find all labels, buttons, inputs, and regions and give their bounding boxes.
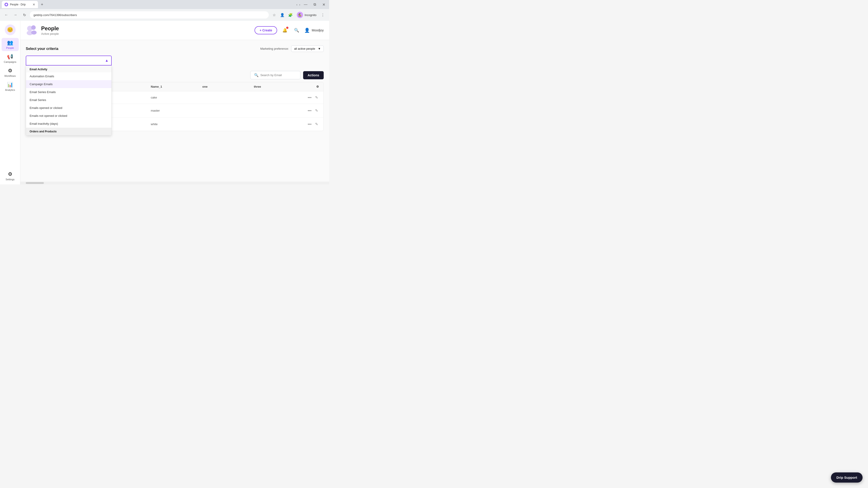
- dropdown-item-campaign-emails[interactable]: Campaign Emails: [26, 80, 112, 88]
- row3-actions: ••• ✎: [305, 121, 319, 127]
- marketing-label: Marketing preference:: [260, 47, 289, 51]
- dropdown-menu: Email Activity Automation Emails Campaig…: [26, 66, 112, 135]
- header-search-button[interactable]: 🔍: [292, 26, 301, 34]
- dropdown-item-emails-opened-clicked[interactable]: Emails opened or clicked: [26, 104, 112, 112]
- browser-chrome: People · Drip ✕ + ‹ › — ⧉ ✕ ← → ↻ ☆ 👤 🧩 …: [0, 0, 329, 21]
- search-email-input[interactable]: [260, 73, 297, 77]
- user-nav[interactable]: 👤 Moodjoy: [304, 28, 324, 33]
- browser-tab[interactable]: People · Drip ✕: [2, 1, 38, 8]
- dropdown-item-emails-not-opened-clicked[interactable]: Emails not opened or clicked: [26, 112, 112, 120]
- criteria-title: Select your criteria: [26, 47, 58, 51]
- people-icon: 👥: [7, 40, 13, 46]
- row2-actions: ••• ✎: [305, 107, 319, 113]
- actions-button[interactable]: Actions: [303, 71, 324, 79]
- dropdown-chevron-icon: ▲: [105, 59, 108, 63]
- row1-name1: cake: [151, 96, 202, 99]
- sidebar: 😊 👥 People 📢 Campaigns ⚙ Workflows 📊 Ana…: [0, 21, 20, 184]
- tab-close-button[interactable]: ✕: [33, 3, 35, 6]
- incognito-label: Incognito: [305, 13, 316, 17]
- row3-name1: white: [151, 123, 202, 126]
- dropdown-item-automation-emails[interactable]: Automation Emails: [26, 72, 112, 80]
- dropdown-item-email-series[interactable]: Email Series: [26, 96, 112, 104]
- notification-dot: [286, 27, 288, 29]
- sidebar-item-analytics-label: Analytics: [5, 89, 15, 91]
- scroll-thumb[interactable]: [26, 182, 44, 184]
- sidebar-item-settings-label: Settings: [6, 178, 15, 181]
- refresh-button[interactable]: ↻: [21, 11, 28, 19]
- svg-point-2: [31, 25, 36, 30]
- incognito-user[interactable]: 🕵 Incognito: [295, 11, 318, 19]
- dropdown-item-email-series-emails[interactable]: Email Series Emails: [26, 88, 112, 96]
- more-options-button[interactable]: ⋮: [319, 11, 327, 19]
- svg-point-4: [31, 31, 37, 35]
- svg-point-0: [5, 4, 7, 5]
- row2-dots-button[interactable]: •••: [307, 108, 312, 113]
- user-nav-name: Moodjoy: [312, 29, 324, 32]
- app-container: 😊 👥 People 📢 Campaigns ⚙ Workflows 📊 Ana…: [0, 21, 329, 184]
- search-bar-icon: 🔍: [254, 73, 258, 77]
- back-button[interactable]: ←: [3, 11, 10, 19]
- col-three: three: [254, 85, 305, 88]
- sidebar-item-campaigns[interactable]: 📢 Campaigns: [2, 52, 19, 65]
- marketing-dropdown[interactable]: all active people ▼: [291, 45, 324, 52]
- search-actions: 🔍 Actions: [250, 71, 324, 79]
- row2-edit-button[interactable]: ✎: [314, 107, 319, 113]
- sidebar-item-workflows[interactable]: ⚙ Workflows: [2, 66, 19, 79]
- sidebar-logo[interactable]: 😊: [5, 24, 16, 35]
- new-tab-button[interactable]: +: [39, 1, 45, 8]
- page-header: People Active people + Create 🔔 🔍 👤 Mood…: [20, 21, 329, 40]
- row3-edit-button[interactable]: ✎: [314, 121, 319, 127]
- bottom-scrollbar[interactable]: [20, 182, 329, 184]
- marketing-preference: Marketing preference: all active people …: [260, 45, 324, 52]
- close-window-button[interactable]: ✕: [320, 1, 327, 8]
- window-controls: ‹ › — ⧉ ✕: [296, 1, 327, 8]
- user-nav-icon: 👤: [304, 28, 310, 33]
- col-name1: Name_1: [151, 85, 202, 88]
- tab-scroll-right[interactable]: ›: [299, 3, 300, 6]
- settings-icon: ⚙: [8, 171, 12, 177]
- content-area: Select your criteria Marketing preferenc…: [20, 40, 329, 182]
- search-icon: 🔍: [294, 28, 299, 33]
- logo-icon: 😊: [7, 27, 13, 33]
- dropdown-group-orders-products: Orders and Products: [26, 128, 112, 135]
- row1-dots-button[interactable]: •••: [307, 95, 312, 101]
- tab-scroll-left[interactable]: ‹: [296, 3, 297, 6]
- row3-dots-button[interactable]: •••: [307, 121, 312, 127]
- address-bar[interactable]: [30, 11, 269, 19]
- actions-button-label: Actions: [308, 73, 319, 77]
- col-settings[interactable]: ⚙: [305, 85, 319, 88]
- header-right: 🔔 🔍 👤 Moodjoy: [281, 26, 324, 34]
- forward-button[interactable]: →: [12, 11, 19, 19]
- analytics-icon: 📊: [7, 82, 13, 88]
- criteria-dropdown-container: ▲ Email Activity Automation Emails Campa…: [26, 56, 112, 66]
- extensions-button[interactable]: 🧩: [287, 11, 294, 19]
- profile-button[interactable]: 👤: [279, 11, 286, 19]
- sidebar-item-people[interactable]: 👥 People: [2, 38, 19, 51]
- sidebar-item-people-label: People: [6, 46, 14, 49]
- dropdown-item-email-inactivity[interactable]: Email inactivity (days): [26, 120, 112, 128]
- page-subtitle: Active people: [41, 32, 251, 35]
- sidebar-item-analytics[interactable]: 📊 Analytics: [2, 80, 19, 93]
- workflows-icon: ⚙: [8, 68, 12, 74]
- marketing-chevron-icon: ▼: [318, 47, 321, 51]
- bookmark-button[interactable]: ☆: [271, 11, 278, 19]
- row1-edit-button[interactable]: ✎: [314, 94, 319, 101]
- marketing-value: all active people: [294, 47, 315, 51]
- main-content: People Active people + Create 🔔 🔍 👤 Mood…: [20, 21, 329, 184]
- sidebar-item-settings[interactable]: ⚙ Settings: [2, 169, 19, 184]
- tab-title: People · Drip: [10, 3, 26, 6]
- minimize-button[interactable]: —: [302, 1, 309, 8]
- restore-button[interactable]: ⧉: [311, 1, 318, 8]
- browser-titlebar: People · Drip ✕ + ‹ › — ⧉ ✕: [0, 0, 329, 9]
- notification-button[interactable]: 🔔: [281, 26, 289, 34]
- col-one: one: [202, 85, 254, 88]
- criteria-search-input[interactable]: [29, 59, 105, 62]
- create-button[interactable]: + Create: [254, 26, 277, 34]
- search-bar: 🔍: [250, 71, 301, 79]
- tab-favicon: [4, 3, 8, 6]
- page-title-group: People Active people: [41, 25, 251, 35]
- criteria-header: Select your criteria Marketing preferenc…: [26, 45, 324, 52]
- criteria-dropdown-trigger[interactable]: ▲: [26, 56, 112, 66]
- dropdown-group-email-activity: Email Activity: [26, 66, 112, 72]
- row1-actions: ••• ✎: [305, 94, 319, 101]
